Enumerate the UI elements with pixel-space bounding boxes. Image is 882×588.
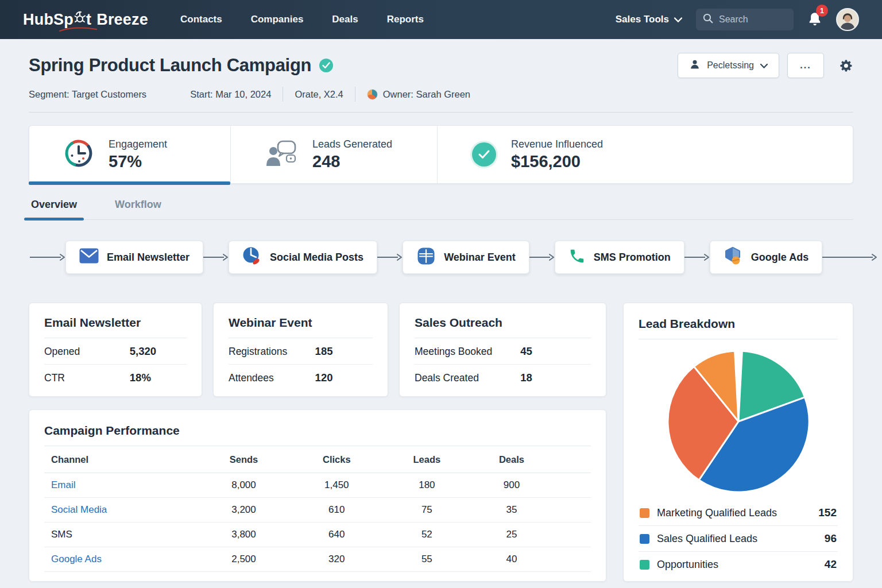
arrow-icon [30, 253, 65, 261]
legend-label: Sales Qualified Leads [657, 533, 817, 545]
owner-label: Owner: Sarah Green [383, 89, 470, 100]
metric-value: 18 [520, 372, 591, 384]
sales-outreach-card: Sales Outreach Meetings Booked 45 Deals … [399, 303, 606, 397]
hubspot-breeze-logo[interactable]: HubSpt Breeze [23, 11, 148, 29]
metric-row: Opened 5,320 [44, 338, 187, 364]
sales-tools-label: Sales Tools [616, 14, 669, 25]
chevron-down-icon [674, 14, 682, 25]
logo-text-suffix: t [86, 11, 91, 29]
cell-leads: 180 [383, 473, 470, 498]
col-leads: Leads [383, 446, 470, 473]
settings-gear-icon[interactable] [839, 59, 853, 73]
divider [639, 339, 838, 339]
search-box[interactable] [696, 9, 794, 30]
table-header-row: Channel Sends Clicks Leads Deals [44, 446, 591, 473]
nav-links: Contacts Companies Deals Reports [180, 14, 424, 25]
col-channel: Channel [44, 446, 198, 473]
legend-swatch-opportunities [640, 560, 649, 570]
user-avatar[interactable] [836, 8, 859, 31]
card-title: Sales Outreach [415, 316, 591, 330]
metric-label: Opened [44, 346, 130, 358]
pie-legend: Marketing Qualified Leads 152 Sales Qual… [639, 500, 838, 577]
metric-value: 185 [315, 345, 373, 358]
cell-leads: 52 [383, 523, 470, 547]
workflow-pipeline: Email Newsletter Social Media Posts Webi… [0, 241, 882, 274]
search-input[interactable] [719, 14, 782, 25]
workflow-step-google-ads[interactable]: Google Ads [710, 241, 822, 274]
logo-brand: Breeze [96, 11, 148, 29]
arrow-icon [203, 253, 229, 261]
email-newsletter-card: Email Newsletter Opened 5,320 CTR 18% [29, 303, 202, 397]
campaign-performance-table: Channel Sends Clicks Leads Deals Email 8… [44, 446, 591, 572]
leads-icon [265, 140, 297, 169]
card-title: Campaign Performance [44, 424, 591, 438]
meta-extra: Orate, X2.4 [295, 89, 343, 100]
bell-icon [807, 20, 822, 29]
stats-bar: Engagement 57% Leads Generated 248 Reven… [29, 125, 853, 184]
channel-link-google-ads[interactable]: Google Ads [51, 554, 102, 564]
search-icon [703, 13, 713, 26]
cell-clicks: 610 [290, 498, 383, 523]
nav-item-reports[interactable]: Reports [387, 14, 424, 25]
table-row: Email 8,000 1,450 180 900 [44, 473, 591, 498]
cell-clicks: 1,450 [290, 473, 383, 498]
workflow-step-webinar-event[interactable]: Webinar Event [403, 241, 529, 274]
cell-deals: 40 [471, 547, 553, 572]
table-row: SMS 3,800 640 52 25 [44, 523, 591, 547]
metric-row: Registrations 185 [229, 338, 373, 364]
channel-link-social-media[interactable]: Social Media [51, 504, 107, 515]
legend-label: Marketing Qualified Leads [657, 507, 811, 519]
workflow-step-social-media-posts[interactable]: Social Media Posts [229, 241, 377, 274]
table-row: Social Media 3,200 610 75 35 [44, 498, 591, 523]
arrow-icon [529, 253, 555, 261]
card-title: Webinar Event [229, 316, 373, 330]
top-nav: HubSpt Breeze Contacts Companies Deals R… [0, 0, 882, 39]
cell-deals: 35 [471, 498, 553, 523]
check-circle-icon [472, 142, 496, 167]
metric-label: Meetings Booked [415, 346, 520, 358]
arrow-icon [684, 253, 710, 261]
sales-tools-dropdown[interactable]: Sales Tools [616, 14, 682, 25]
tab-workflow[interactable]: Workflow [113, 199, 164, 219]
owner-avatar [367, 89, 378, 100]
clock-icon [64, 138, 94, 171]
webinar-calendar-icon [416, 246, 436, 269]
primary-action-button[interactable]: Pecletssing [678, 53, 779, 78]
cell-sends: 8,000 [198, 473, 291, 498]
nav-item-contacts[interactable]: Contacts [180, 14, 222, 25]
stat-label: Engagement [109, 138, 167, 150]
lead-breakdown-pie-chart [663, 346, 814, 497]
metric-row: CTR 18% [44, 364, 187, 390]
cell-deals: 900 [471, 473, 553, 498]
col-deals: Deals [471, 446, 553, 473]
notifications-button[interactable]: 1 [807, 9, 822, 30]
stat-leads-generated: Leads Generated 248 [230, 126, 437, 183]
workflow-step-label: Google Ads [751, 252, 808, 264]
card-title: Lead Breakdown [639, 317, 838, 331]
legend-label: Opportunities [657, 559, 817, 571]
table-row: Google Ads 2,500 320 55 40 [44, 547, 591, 572]
sprocket-icon [74, 11, 86, 29]
nav-item-deals[interactable]: Deals [332, 14, 358, 25]
tab-overview[interactable]: Overview [29, 199, 79, 219]
person-icon [689, 59, 701, 72]
phone-icon [568, 247, 586, 268]
workflow-step-sms-promotion[interactable]: SMS Promotion [555, 241, 684, 274]
workflow-step-label: SMS Promotion [594, 252, 671, 264]
meta-segment: Segment: Target Customers [29, 89, 146, 100]
nav-item-companies[interactable]: Companies [251, 14, 304, 25]
metric-label: CTR [44, 372, 130, 384]
stat-label: Revenue Influenced [511, 138, 603, 150]
more-actions-button[interactable]: ... [787, 53, 824, 78]
channel-link-email[interactable]: Email [51, 479, 76, 490]
tab-bar: Overview Workflow [29, 184, 853, 220]
legend-value: 96 [825, 532, 837, 545]
meta-divider [355, 87, 355, 102]
legend-item: Sales Qualified Leads 96 [639, 525, 838, 551]
workflow-step-label: Social Media Posts [270, 252, 363, 264]
metric-value: 120 [315, 372, 373, 384]
workflow-step-email-newsletter[interactable]: Email Newsletter [65, 241, 203, 274]
chevron-down-icon [760, 60, 768, 71]
email-icon [79, 248, 99, 266]
stat-value: 57% [109, 152, 167, 171]
